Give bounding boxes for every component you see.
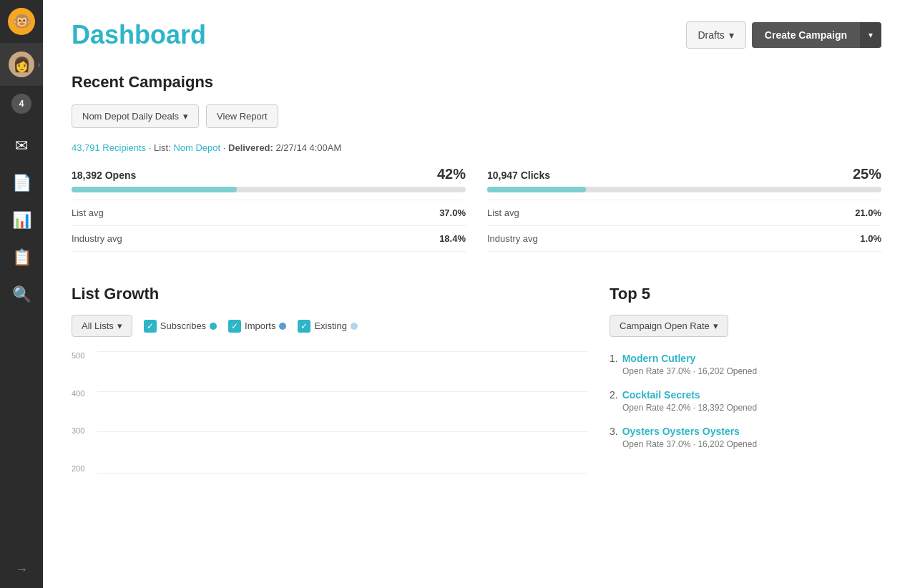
avatar-chevron-icon: › xyxy=(38,61,40,69)
clicks-industry-avg-row: Industry avg 1.0% xyxy=(487,226,881,252)
top5-meta-2: Open Rate 42.0% · 18,392 Opened xyxy=(610,403,881,413)
main-content: Dashboard Drafts ▾ Create Campaign ▾ Rec… xyxy=(43,0,910,588)
chart-label-200: 200 xyxy=(72,464,84,473)
top5-title: Top 5 xyxy=(610,285,881,303)
chart-label-300: 300 xyxy=(72,426,84,435)
sidebar-logo: 🐵 xyxy=(0,0,43,43)
subscribes-label: Subscribes xyxy=(160,320,206,331)
imports-legend: ✓ Imports xyxy=(228,320,286,333)
campaign-name-button[interactable]: Nom Depot Daily Deals ▾ xyxy=(72,104,199,128)
top5-name-2[interactable]: Cocktail Secrets xyxy=(622,389,700,401)
notification-badge[interactable]: 4 xyxy=(0,86,43,122)
opens-list-avg-label: List avg xyxy=(72,207,104,218)
clicks-industry-avg-label: Industry avg xyxy=(487,233,538,244)
recipients-link[interactable]: 43,791 Recipients xyxy=(72,142,146,153)
list-name-link[interactable]: Nom Depot xyxy=(173,142,220,153)
opens-list-avg-val: 37.0% xyxy=(439,207,466,218)
view-report-button[interactable]: View Report xyxy=(206,104,278,128)
top-bar: Dashboard Drafts ▾ Create Campaign ▾ xyxy=(72,20,881,50)
clicks-list-avg-row: List avg 21.0% xyxy=(487,200,881,226)
opens-industry-avg-row: Industry avg 18.4% xyxy=(72,226,466,252)
list-label: List: xyxy=(154,142,171,153)
campaign-open-rate-label: Campaign Open Rate xyxy=(620,320,710,331)
growth-controls: All Lists ▾ ✓ Subscribes ✓ Imports ✓ Exi… xyxy=(72,315,588,337)
top5-name-3[interactable]: Oysters Oysters Oysters xyxy=(622,426,740,437)
all-lists-button[interactable]: All Lists ▾ xyxy=(72,315,132,337)
sidebar-item-campaigns[interactable]: ✉ xyxy=(0,127,43,165)
subscribes-legend: ✓ Subscribes xyxy=(144,320,217,333)
imports-dot xyxy=(279,323,286,330)
create-campaign-button[interactable]: Create Campaign xyxy=(752,22,860,48)
opens-progress-fill xyxy=(72,187,237,192)
clicks-label: 10,947 Clicks xyxy=(487,170,550,181)
existing-dot xyxy=(351,323,358,330)
delivered-label: Delivered: xyxy=(228,142,273,153)
opens-header: 18,392 Opens 42% xyxy=(72,166,466,182)
create-campaign-group: Create Campaign ▾ xyxy=(752,22,881,48)
list-growth-section: List Growth All Lists ▾ ✓ Subscribes ✓ I… xyxy=(72,285,588,487)
top-bar-actions: Drafts ▾ Create Campaign ▾ xyxy=(686,21,882,49)
sidebar-nav: ✉ 📄 📊 📋 🔍 xyxy=(0,127,43,313)
drafts-button[interactable]: Drafts ▾ xyxy=(686,21,746,49)
clicks-progress-bg xyxy=(487,187,881,192)
opens-progress-bg xyxy=(72,187,466,192)
existing-label: Existing xyxy=(314,320,347,331)
top5-rank-name-3: 3. Oysters Oysters Oysters xyxy=(610,426,881,437)
sidebar-expand-button[interactable]: → xyxy=(0,551,43,588)
stats-meta: 43,791 Recipients · List: Nom Depot · De… xyxy=(72,142,881,153)
drafts-label: Drafts xyxy=(698,29,725,41)
campaign-name-label: Nom Depot Daily Deals xyxy=(82,111,179,122)
campaign-open-rate-button[interactable]: Campaign Open Rate ▾ xyxy=(610,315,728,337)
campaign-open-rate-chevron-icon: ▾ xyxy=(713,320,718,331)
sidebar-item-templates[interactable]: 📄 xyxy=(0,165,43,202)
subscribes-dot xyxy=(210,323,217,330)
opens-industry-avg-val: 18.4% xyxy=(439,233,466,244)
chart-bars xyxy=(97,351,588,473)
user-avatar[interactable]: 👩 › xyxy=(0,43,43,86)
all-lists-chevron-icon: ▾ xyxy=(117,320,122,331)
create-campaign-dropdown-button[interactable]: ▾ xyxy=(860,22,881,48)
campaign-controls: Nom Depot Daily Deals ▾ View Report xyxy=(72,104,881,128)
top5-rank-name-1: 1. Modern Cutlery xyxy=(610,353,881,364)
clicks-progress-fill xyxy=(487,187,586,192)
list-item: 1. Modern Cutlery Open Rate 37.0% · 16,2… xyxy=(610,353,881,376)
list-growth-title: List Growth xyxy=(72,285,588,303)
clicks-stat-block: 10,947 Clicks 25% List avg 21.0% Industr… xyxy=(487,166,881,259)
sidebar-item-search[interactable]: 🔍 xyxy=(0,276,43,313)
existing-legend: ✓ Existing xyxy=(298,320,358,333)
opens-stat-block: 18,392 Opens 42% List avg 37.0% Industry… xyxy=(72,166,466,259)
opens-pct: 42% xyxy=(437,166,466,182)
sidebar-item-lists[interactable]: 📋 xyxy=(0,239,43,276)
stats-grid: 18,392 Opens 42% List avg 37.0% Industry… xyxy=(72,166,881,259)
clicks-list-avg-val: 21.0% xyxy=(855,207,881,218)
top5-rank-3: 3. xyxy=(610,426,618,437)
top5-meta-1: Open Rate 37.0% · 16,202 Opened xyxy=(610,366,881,376)
opens-label: 18,392 Opens xyxy=(72,170,136,181)
chart-y-labels: 500 400 300 200 xyxy=(72,351,84,473)
avatar-image: 👩 xyxy=(9,52,34,77)
top5-list: 1. Modern Cutlery Open Rate 37.0% · 16,2… xyxy=(610,353,881,449)
top5-meta-3: Open Rate 37.0% · 16,202 Opened xyxy=(610,439,881,449)
chart-label-400: 400 xyxy=(72,389,84,398)
top5-name-1[interactable]: Modern Cutlery xyxy=(622,353,696,364)
top5-rank-name-2: 2. Cocktail Secrets xyxy=(610,389,881,401)
sidebar: 🐵 👩 › 4 ✉ 📄 📊 📋 🔍 → xyxy=(0,0,43,588)
subscribes-checkbox[interactable]: ✓ xyxy=(144,320,157,333)
list-growth-chart: 500 400 300 200 xyxy=(72,351,588,487)
opens-industry-avg-label: Industry avg xyxy=(72,233,122,244)
existing-checkbox[interactable]: ✓ xyxy=(298,320,310,333)
page-title: Dashboard xyxy=(72,20,206,50)
opens-stat-rows: List avg 37.0% Industry avg 18.4% xyxy=(72,200,466,252)
opens-list-avg-row: List avg 37.0% xyxy=(72,200,466,226)
recent-campaigns-section: Recent Campaigns Nom Depot Daily Deals ▾… xyxy=(72,73,881,259)
clicks-header: 10,947 Clicks 25% xyxy=(487,166,881,182)
clicks-stat-rows: List avg 21.0% Industry avg 1.0% xyxy=(487,200,881,252)
imports-label: Imports xyxy=(245,320,275,331)
clicks-pct: 25% xyxy=(853,166,881,182)
badge-count: 4 xyxy=(11,94,31,114)
imports-checkbox[interactable]: ✓ xyxy=(228,320,241,333)
sidebar-item-reports[interactable]: 📊 xyxy=(0,202,43,239)
all-lists-label: All Lists xyxy=(82,320,114,331)
campaign-name-chevron-icon: ▾ xyxy=(183,111,188,122)
recent-campaigns-title: Recent Campaigns xyxy=(72,73,881,92)
